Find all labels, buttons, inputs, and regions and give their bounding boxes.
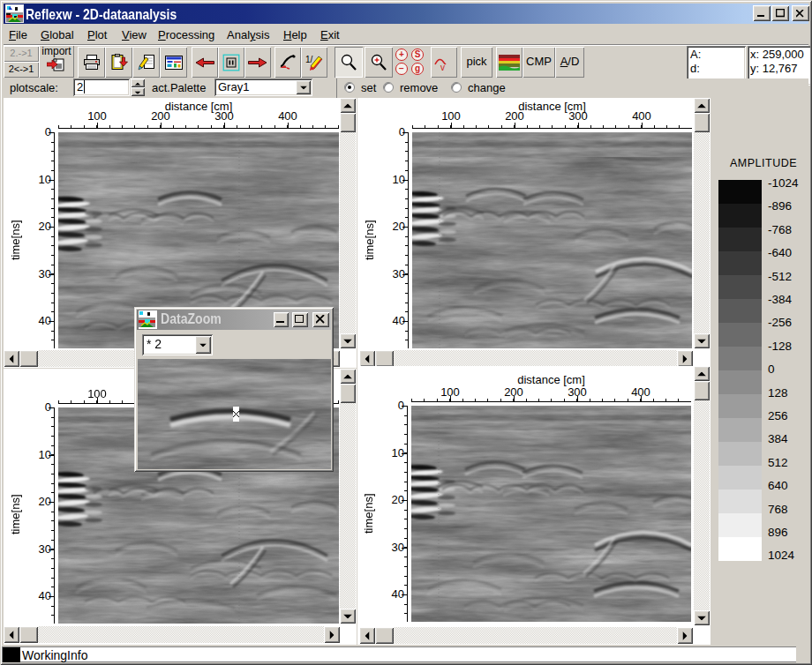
svg-text:1/: 1/ bbox=[305, 55, 313, 64]
svg-text:v: v bbox=[440, 63, 445, 71]
